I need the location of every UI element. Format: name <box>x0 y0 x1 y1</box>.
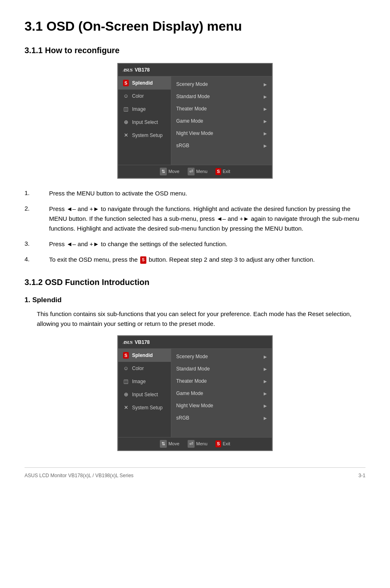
setup-label-2: System Setup <box>132 404 163 411</box>
step-4-content: To exit the OSD menu, press the S button… <box>49 255 365 265</box>
setup-label-1: System Setup <box>132 132 163 139</box>
setup-icon-2: ✕ <box>122 404 130 411</box>
step-1: 1. Press the MENU button to activate the… <box>25 189 365 198</box>
osd-left-item-splendid-2[interactable]: S Splendid <box>118 349 171 362</box>
asus-logo-2: /ISUS <box>123 339 132 346</box>
osd-left-item-setup-1[interactable]: ✕ System Setup <box>118 129 171 142</box>
osd-footer-menu-2: ⏎ Menu <box>188 440 208 448</box>
move-icon-1: ⇅ <box>160 168 167 175</box>
color-icon-2: ☺ <box>122 365 130 372</box>
osd-left-menu-1: S Splendid ☺ Color ◫ Image ⊕ Input Selec… <box>118 76 171 165</box>
page-footer: ASUS LCD Monitor VB178(x)L / VB198(x)L S… <box>25 467 365 479</box>
menu-icon-2: ⏎ <box>188 440 195 448</box>
asus-logo-1: /ISUS <box>123 67 132 74</box>
setup-icon-1: ✕ <box>122 132 130 139</box>
osd-left-item-splendid-1[interactable]: S Splendid <box>118 76 171 90</box>
osd-header-2: /ISUS VB178 <box>118 336 272 349</box>
osd-left-item-input-2[interactable]: ⊕ Input Select <box>118 388 171 401</box>
step-4: 4. To exit the OSD menu, press the S but… <box>25 255 365 265</box>
section-312-title: 3.1.2 OSD Function Introduction <box>25 276 365 288</box>
osd-menu-2: /ISUS VB178 S Splendid ☺ Color ◫ Image ⊕… <box>117 335 273 451</box>
osd-model-2: VB178 <box>135 339 150 346</box>
osd-footer-exit-1: S Exit <box>215 168 230 175</box>
osd-model-1: VB178 <box>135 66 150 74</box>
osd-sub-game-2[interactable]: Game Mode ▶ <box>171 387 272 399</box>
exit-icon-2: S <box>215 440 221 447</box>
osd-body-1: S Splendid ☺ Color ◫ Image ⊕ Input Selec… <box>118 76 272 165</box>
step-4-num: 4. <box>25 255 49 265</box>
osd-left-item-color-2[interactable]: ☺ Color <box>118 362 171 375</box>
splendid-description: This function contains six sub-functions… <box>25 309 365 329</box>
input-icon-1: ⊕ <box>122 119 130 126</box>
splendid-icon-2: S <box>122 352 130 359</box>
image-icon-1: ◫ <box>122 105 130 113</box>
image-icon-2: ◫ <box>122 378 130 385</box>
osd-sub-srgb-2[interactable]: sRGB ▶ <box>171 412 272 424</box>
osd-left-item-setup-2[interactable]: ✕ System Setup <box>118 401 171 414</box>
osd-header-1: /ISUS VB178 <box>118 64 272 76</box>
osd-left-item-color-1[interactable]: ☺ Color <box>118 90 171 103</box>
osd-sub-scenery-2[interactable]: Scenery Mode ▶ <box>171 350 272 363</box>
step-3-num: 3. <box>25 239 49 249</box>
osd-footer-menu-1: ⏎ Menu <box>188 168 208 175</box>
image-label-2: Image <box>132 378 146 385</box>
osd-right-1: Scenery Mode ▶ Standard Mode ▶ Theater M… <box>171 76 272 165</box>
osd-sub-nightview-2[interactable]: Night View Mode ▶ <box>171 399 272 412</box>
footer-left: ASUS LCD Monitor VB178(x)L / VB198(x)L S… <box>25 472 134 479</box>
osd-sub-standard-2[interactable]: Standard Mode ▶ <box>171 363 272 375</box>
osd-right-2: Scenery Mode ▶ Standard Mode ▶ Theater M… <box>171 349 272 437</box>
osd-left-item-image-1[interactable]: ◫ Image <box>118 103 171 116</box>
osd-left-item-image-2[interactable]: ◫ Image <box>118 375 171 388</box>
osd-footer-1: ⇅ Move ⏎ Menu S Exit <box>118 165 272 178</box>
color-label-2: Color <box>132 365 144 372</box>
osd-sub-scenery-1[interactable]: Scenery Mode ▶ <box>171 78 272 90</box>
footer-right: 3-1 <box>359 472 365 479</box>
osd-sub-srgb-1[interactable]: sRGB ▶ <box>171 139 272 152</box>
osd-sub-nightview-1[interactable]: Night View Mode ▶ <box>171 127 272 139</box>
exit-icon-1: S <box>215 168 221 175</box>
osd-footer-move-2: ⇅ Move <box>160 440 179 448</box>
main-title: 3.1 OSD (On-Screen Display) menu <box>25 16 365 36</box>
step-1-num: 1. <box>25 189 49 198</box>
image-label-1: Image <box>132 105 146 113</box>
step-3-content: Press ◄– and +► to change the settings o… <box>49 239 365 249</box>
splendid-icon-1: S <box>122 79 130 87</box>
osd-footer-move-1: ⇅ Move <box>160 168 179 175</box>
input-icon-2: ⊕ <box>122 391 130 398</box>
s-button-icon: S <box>140 256 146 264</box>
step-1-content: Press the MENU button to activate the OS… <box>49 189 365 198</box>
osd-body-2: S Splendid ☺ Color ◫ Image ⊕ Input Selec… <box>118 349 272 437</box>
splendid-label-2: Splendid <box>132 352 153 359</box>
osd-left-item-input-1[interactable]: ⊕ Input Select <box>118 116 171 129</box>
step-3: 3. Press ◄– and +► to change the setting… <box>25 239 365 249</box>
steps-list: 1. Press the MENU button to activate the… <box>25 189 365 265</box>
move-icon-2: ⇅ <box>160 440 167 448</box>
osd-sub-theater-1[interactable]: Theater Mode ▶ <box>171 103 272 115</box>
step-2-content: Press ◄– and +► to navigate through the … <box>49 204 365 233</box>
splendid-label-1: Splendid <box>132 79 153 87</box>
osd-sub-theater-2[interactable]: Theater Mode ▶ <box>171 375 272 387</box>
step-2: 2. Press ◄– and +► to navigate through t… <box>25 204 365 233</box>
osd-sub-game-1[interactable]: Game Mode ▶ <box>171 115 272 127</box>
color-icon-1: ☺ <box>122 92 130 100</box>
step-2-num: 2. <box>25 204 49 233</box>
osd-footer-2: ⇅ Move ⏎ Menu S Exit <box>118 437 272 450</box>
input-label-2: Input Select <box>132 391 158 398</box>
section-311-title: 3.1.1 How to reconfigure <box>25 44 365 56</box>
menu-icon-1: ⏎ <box>188 168 195 175</box>
osd-left-menu-2: S Splendid ☺ Color ◫ Image ⊕ Input Selec… <box>118 349 171 437</box>
osd-footer-exit-2: S Exit <box>215 440 230 447</box>
osd-menu-1: /ISUS VB178 S Splendid ☺ Color ◫ Image ⊕… <box>117 63 273 179</box>
splendid-heading: 1. Splendid <box>25 295 365 305</box>
osd-sub-standard-1[interactable]: Standard Mode ▶ <box>171 90 272 103</box>
color-label-1: Color <box>132 92 144 100</box>
input-label-1: Input Select <box>132 119 158 126</box>
